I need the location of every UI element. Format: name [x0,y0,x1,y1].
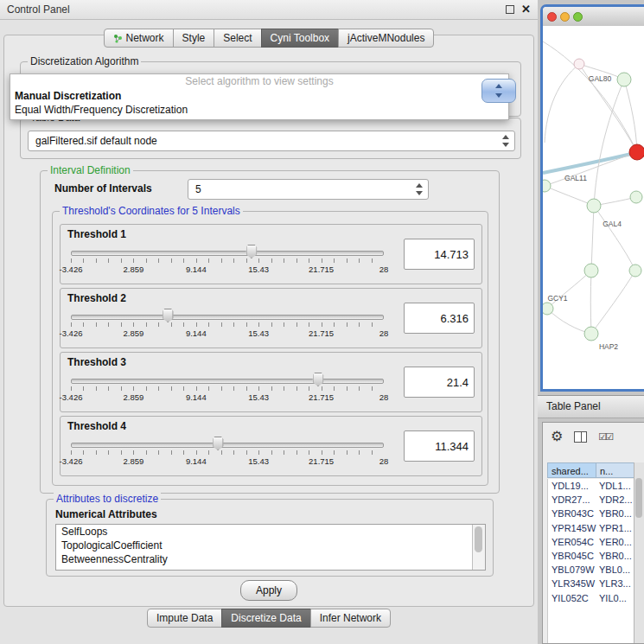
network-node[interactable] [584,327,598,341]
slider-tick-labels: -3.4262.8599.14415.4321.71528 [71,265,384,275]
tick-label: -3.426 [60,392,83,402]
desktop: Control Panel ✕ Network Style Select Cyn… [0,0,644,644]
slider-track[interactable] [71,251,384,256]
network-edge[interactable] [547,309,591,334]
gear-icon[interactable]: ⚙ [551,430,563,443]
tab-impute-data[interactable]: Impute Data [147,609,222,628]
list-item[interactable]: TopologicalCoefficient [56,539,485,552]
close-traffic-light-icon[interactable] [547,12,557,22]
column-header-name[interactable]: n... [596,462,635,478]
network-node[interactable] [584,264,598,277]
zoom-traffic-light-icon[interactable] [573,12,583,22]
network-edge[interactable] [594,80,624,206]
threshold-slider: -3.4262.8599.14415.4321.71528 [71,245,384,280]
network-node[interactable] [543,180,551,192]
network-node[interactable] [574,59,584,69]
network-edge[interactable] [591,206,594,271]
algorithm-combo-stepper[interactable] [481,79,516,103]
network-node-label: GAL11 [564,174,587,182]
table-row[interactable]: YDR27...YDR2... [548,493,636,507]
tick-label: 9.144 [186,328,207,338]
tab-jactivemnodules[interactable]: jActiveMNodules [338,29,434,48]
group-title: Discretization Algorithm [28,55,141,67]
network-edge[interactable] [594,206,635,271]
network-edge[interactable] [545,186,594,206]
threshold-value-field[interactable]: 11.344 [404,430,475,462]
table-row[interactable]: YIL052CYIL0... [548,591,636,605]
network-edge[interactable] [543,41,637,152]
threshold-value-field[interactable]: 14.713 [404,239,475,270]
tick-label: 28 [379,456,389,466]
network-node-label: GAL4 [603,220,622,228]
table-row[interactable]: YBL079WYBL0... [548,563,636,577]
network-edge[interactable] [591,271,635,334]
algorithm-option-equal-width[interactable]: Equal Width/Frequency Discretization [10,103,508,117]
network-node[interactable] [629,265,641,277]
threshold-label: Threshold 3 [67,356,126,368]
scrollbar-thumb[interactable] [635,478,642,518]
tab-style[interactable]: Style [173,29,215,48]
table-row[interactable]: YLR345WYLR3... [548,577,636,590]
apply-button[interactable]: Apply [240,580,297,601]
tick-label: 28 [379,328,389,338]
table-cell: YDL1... [597,481,636,491]
tab-network[interactable]: Network [104,29,174,48]
control-panel-titlebar: Control Panel ✕ [0,0,538,20]
table-cell: YLR3... [597,578,636,589]
table-row[interactable]: YBR045CYBR0... [548,549,636,563]
slider-thumb[interactable] [312,373,323,386]
tab-infer-network[interactable]: Infer Network [310,609,391,628]
tick-label: 21.715 [309,328,334,338]
network-edge[interactable] [590,271,591,334]
slider-track[interactable] [71,315,384,320]
table-cell: YER0... [597,537,636,547]
network-node[interactable] [587,199,601,213]
close-icon[interactable]: ✕ [521,0,531,19]
table-data-combobox[interactable]: galFiltered.sif default node [28,131,515,151]
table-row[interactable]: YER054CYER0... [548,535,636,549]
threshold-slider: -3.4262.8599.14415.4321.71528 [71,309,384,344]
column-header-shared-name[interactable]: shared... [547,462,596,478]
list-item[interactable]: SelfLoops [56,525,485,539]
table-panel: ⚙ ☑☑ shared... n... YDL19...YDL1...YDR27… [542,422,644,644]
tick-label: 28 [379,265,389,274]
algorithm-option-manual[interactable]: Manual Discretization [10,89,508,103]
table-panel-titlebar: Table Panel [538,395,644,418]
network-node[interactable] [630,191,642,203]
table-columns-icon[interactable] [574,431,587,443]
table-row[interactable]: YBR043CYBR0... [548,507,636,520]
threshold-label: Threshold 2 [67,292,126,304]
network-node[interactable] [617,73,631,86]
scrollbar-thumb[interactable] [475,526,482,552]
network-edge[interactable] [545,64,579,143]
slider-track[interactable] [71,443,384,448]
tab-cyni-toolbox[interactable]: Cyni Toolbox [261,29,339,48]
tab-select[interactable]: Select [214,29,261,48]
network-edge[interactable] [547,271,591,309]
list-scrollbar[interactable] [472,525,485,570]
minimize-traffic-light-icon[interactable] [560,12,570,22]
slider-thumb[interactable] [163,309,174,322]
slider-track[interactable] [71,379,384,384]
table-cell: YPR145W [548,523,597,533]
threshold-value-field[interactable]: 21.4 [404,367,475,398]
threshold-value-field[interactable]: 6.316 [404,303,475,334]
slider-thumb[interactable] [213,437,224,450]
table-header-row: shared... n... [547,462,635,478]
slider-thumb[interactable] [245,245,257,258]
select-columns-icon[interactable]: ☑☑ [598,432,612,442]
table-row[interactable]: YPR145WYPR1... [548,521,636,535]
table-scrollbar[interactable] [634,462,644,643]
tab-discretize-data[interactable]: Discretize Data [221,609,310,628]
number-of-intervals-label: Number of Intervals [54,182,152,194]
table-row[interactable]: YDL19...YDL1... [548,479,636,493]
list-item[interactable]: BetweennessCentrality [56,552,485,566]
network-canvas[interactable]: GAL80GAL11GAL4GCY1HAP2 [543,26,644,389]
tick-label: 9.144 [186,392,207,402]
float-window-icon[interactable] [506,5,514,14]
algorithm-placeholder: Select algorithm to view settings [10,74,508,89]
network-node[interactable] [629,144,644,160]
network-node[interactable] [543,303,553,315]
number-of-intervals-combobox[interactable]: 5 [188,179,429,200]
numeric-attributes-list[interactable]: SelfLoopsTopologicalCoefficientBetweenne… [55,524,486,571]
